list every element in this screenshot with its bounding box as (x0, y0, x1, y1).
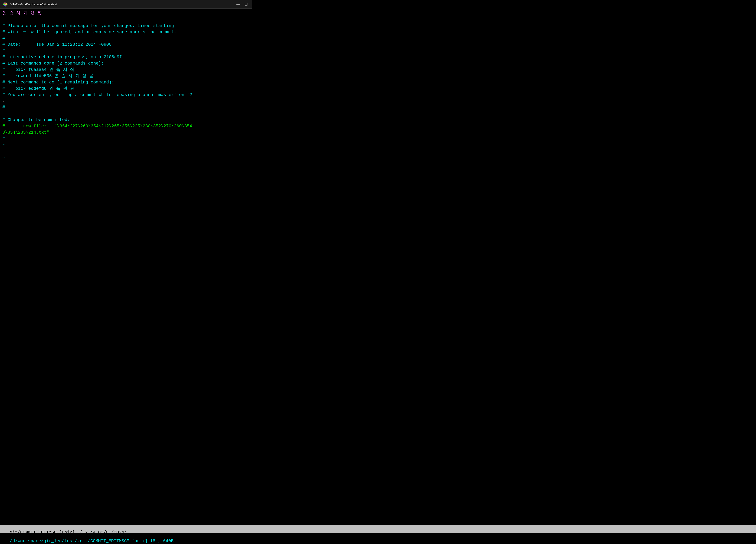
terminal-line: # reword d1de535 연 습 하 기 싫 음 (2, 73, 250, 79)
terminal-line: # Date: Tue Jan 2 12:28:22 2024 +0900 (2, 42, 250, 48)
window-title: MINGW64:/d/workspace/git_lec/test (10, 3, 57, 6)
terminal-line: # (2, 48, 250, 54)
terminal-line: # with '#' will be ignored, and an empty… (2, 29, 250, 35)
terminal-line (2, 17, 250, 23)
title-bar: MINGW64:/d/workspace/git_lec/test — ☐ (0, 0, 252, 9)
terminal-line: # Changes to be committed: (2, 117, 250, 123)
terminal-line: # (2, 104, 250, 111)
title-bar-left: MINGW64:/d/workspace/git_lec/test (2, 2, 57, 7)
terminal-line (2, 111, 250, 117)
terminal-line: ~ (2, 155, 250, 161)
terminal-line: # Please enter the commit message for yo… (2, 23, 250, 29)
terminal-line: # Last commands done (2 commands done): (2, 60, 250, 67)
window-controls: — ☐ (235, 1, 250, 7)
terminal-line: . (2, 98, 250, 104)
terminal-line: # (2, 136, 250, 142)
terminal-line: ~ (2, 142, 250, 148)
terminal-line: 3\354\235\214.txt" (2, 130, 250, 136)
terminal-line: # pick eddefd8 연 습 완 료 (2, 86, 250, 92)
terminal-line: 연 습 하 기 싫 음 (2, 10, 250, 17)
terminal-line: # You are currently editing a commit whi… (2, 92, 250, 98)
terminal-line: # pick f6aaaa4 연 습 시 작 (2, 67, 250, 73)
terminal-line: # (2, 35, 250, 42)
terminal-body[interactable]: 연 습 하 기 싫 음 # Please enter the commit me… (0, 9, 252, 178)
terminal-line: # interactive rebase in progress; onto 2… (2, 54, 250, 60)
terminal-line (2, 148, 250, 155)
app-icon (2, 2, 8, 7)
terminal-line: # Next command to do (1 remaining comman… (2, 79, 250, 86)
terminal-line: # new file: "\354\227\260\354\212\265\35… (2, 123, 250, 130)
minimize-button[interactable]: — (235, 1, 242, 7)
maximize-button[interactable]: ☐ (243, 1, 250, 7)
